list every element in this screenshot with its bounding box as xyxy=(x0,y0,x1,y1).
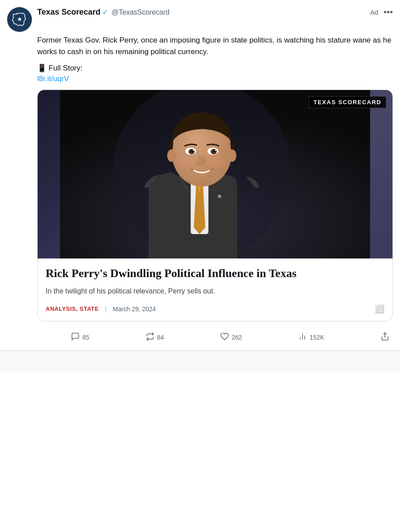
like-action[interactable]: 262 xyxy=(217,329,245,346)
svg-point-18 xyxy=(210,157,225,168)
meta-divider: | xyxy=(105,305,107,313)
article-card[interactable]: TEXAS SCORECARD xyxy=(37,90,393,321)
comment-icon xyxy=(71,332,80,343)
views-count: 152K xyxy=(310,334,324,341)
name-row: Texas Scorecard ✓ @TexasScorecard xyxy=(37,8,170,17)
avatar[interactable]: ★ xyxy=(7,7,32,32)
header-info: Texas Scorecard ✓ @TexasScorecard Ad ••• xyxy=(37,7,393,17)
views-action[interactable]: 152K xyxy=(295,329,328,346)
retweet-action[interactable]: 84 xyxy=(142,329,168,346)
retweet-icon xyxy=(146,332,155,343)
svg-text:★: ★ xyxy=(17,16,23,23)
article-meta: ANALYSIS, STATE | March 29, 2024 ⬜ xyxy=(46,304,384,314)
tweet-header: ★ Texas Scorecard ✓ @TexasScorecard Ad •… xyxy=(7,7,393,32)
header-right: Ad ••• xyxy=(370,7,393,17)
account-name[interactable]: Texas Scorecard xyxy=(37,8,101,17)
svg-point-17 xyxy=(179,157,194,168)
bookmark-icon[interactable]: ⬜ xyxy=(375,304,384,314)
tweet-card-bottom xyxy=(0,351,400,373)
svg-point-8 xyxy=(228,149,237,162)
retweet-count: 84 xyxy=(157,334,164,341)
svg-point-7 xyxy=(167,149,176,162)
like-count: 262 xyxy=(232,334,242,341)
article-date: March 29, 2024 xyxy=(113,305,156,313)
verified-icon: ✓ xyxy=(102,8,108,16)
article-content: Rick Perry's Dwindling Political Influen… xyxy=(38,258,392,321)
more-options-icon[interactable]: ••• xyxy=(384,7,393,17)
twitter-handle[interactable]: @TexasScorecard xyxy=(112,8,170,16)
share-icon xyxy=(381,332,389,343)
tweet-body: Former Texas Gov. Rick Perry, once an im… xyxy=(37,35,393,350)
full-story-label: 📱 Full Story: xyxy=(37,63,393,73)
svg-point-16 xyxy=(215,150,216,151)
share-action[interactable] xyxy=(377,329,393,346)
tweet-link-section: 📱 Full Story: l8r.it/uqrV xyxy=(37,63,393,83)
views-icon xyxy=(298,332,307,343)
article-brand-badge: TEXAS SCORECARD xyxy=(309,96,386,108)
article-image: TEXAS SCORECARD xyxy=(38,90,392,258)
comment-action[interactable]: 85 xyxy=(67,329,93,346)
like-icon xyxy=(220,332,229,343)
ad-label: Ad xyxy=(370,8,378,16)
article-title: Rick Perry's Dwindling Political Influen… xyxy=(46,266,384,281)
tweet-text: Former Texas Gov. Rick Perry, once an im… xyxy=(37,35,393,57)
article-subtitle: In the twilight of his political relevan… xyxy=(46,286,384,296)
header-top-row: Texas Scorecard ✓ @TexasScorecard Ad ••• xyxy=(37,7,393,17)
tweet-card: ★ Texas Scorecard ✓ @TexasScorecard Ad •… xyxy=(0,0,400,351)
svg-point-15 xyxy=(193,150,194,151)
comment-count: 85 xyxy=(82,334,89,341)
article-tags[interactable]: ANALYSIS, STATE xyxy=(46,305,99,312)
tweet-actions: 85 84 262 xyxy=(67,328,393,350)
tweet-url[interactable]: l8r.it/uqrV xyxy=(37,74,69,83)
svg-point-19 xyxy=(218,195,221,198)
